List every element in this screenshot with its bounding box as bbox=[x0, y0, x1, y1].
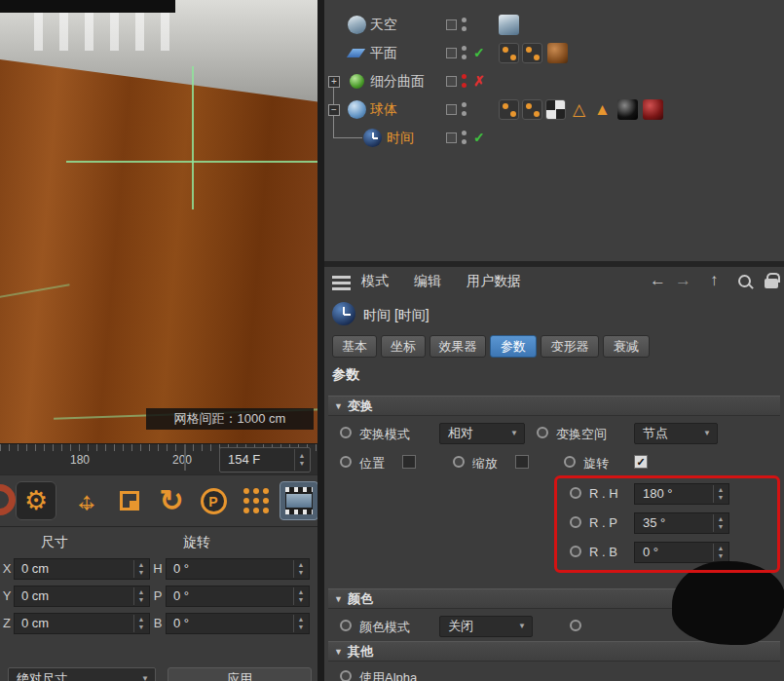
visibility-dots-off[interactable] bbox=[462, 74, 467, 88]
object-label[interactable]: 细分曲面 bbox=[370, 73, 425, 91]
anim-dot[interactable] bbox=[340, 427, 352, 438]
collapse-icon[interactable]: − bbox=[328, 104, 340, 116]
visibility-dots[interactable] bbox=[462, 131, 467, 144]
enabled-check-icon[interactable]: ✓ bbox=[473, 45, 485, 60]
spinner-down-icon[interactable]: ▼ bbox=[298, 569, 305, 577]
spinner-down-icon[interactable]: ▼ bbox=[138, 569, 145, 577]
position-checkbox[interactable] bbox=[402, 455, 416, 469]
tab-parameters[interactable]: 参数 bbox=[490, 335, 537, 358]
rotate-tool-button[interactable]: ↻ bbox=[151, 481, 192, 520]
black-material-thumbnail[interactable] bbox=[617, 99, 638, 120]
field-spinner[interactable]: ▲▼ bbox=[133, 615, 148, 632]
spinner-up-icon[interactable]: ▲ bbox=[138, 588, 145, 596]
enabled-check-icon[interactable]: ✓ bbox=[473, 130, 485, 145]
transform-mode-dropdown[interactable]: 相对 ▼ bbox=[439, 423, 525, 444]
object-label[interactable]: 天空 bbox=[370, 17, 397, 34]
spinner-up-icon[interactable]: ▲ bbox=[298, 588, 305, 596]
size-z-field[interactable]: 0 cm ▲▼ bbox=[14, 613, 150, 634]
visibility-dots[interactable] bbox=[462, 102, 467, 116]
tag-thumbnail[interactable] bbox=[522, 43, 542, 63]
anim-dot[interactable] bbox=[340, 670, 352, 681]
spinner-up-icon[interactable]: ▲ bbox=[299, 452, 306, 460]
layer-square[interactable] bbox=[446, 76, 457, 87]
section-transform[interactable]: ▼ 变换 bbox=[328, 396, 780, 416]
spinner-down-icon[interactable]: ▼ bbox=[138, 624, 145, 631]
tab-deformer[interactable]: 变形器 bbox=[541, 335, 599, 358]
color-mode-dropdown[interactable]: 关闭 ▼ bbox=[439, 616, 533, 637]
section-other[interactable]: ▼ 其他 bbox=[328, 641, 780, 662]
field-spinner[interactable]: ▲▼ bbox=[133, 587, 148, 605]
layer-square[interactable] bbox=[446, 104, 457, 115]
tab-coordinates[interactable]: 坐标 bbox=[381, 335, 426, 358]
move-tool-button[interactable]: ↔ ↕ bbox=[66, 481, 107, 520]
rotation-p-field[interactable]: 0 ° ▲▼ bbox=[166, 586, 310, 607]
object-row-plane[interactable]: 平面 ✓ bbox=[324, 40, 784, 67]
object-label-selected[interactable]: 时间 bbox=[387, 130, 414, 147]
frame-spinner[interactable]: ▲ ▼ bbox=[294, 449, 309, 471]
scale-tool-button[interactable] bbox=[109, 481, 150, 520]
anim-dot[interactable] bbox=[453, 456, 465, 468]
lock-icon[interactable] bbox=[765, 279, 778, 288]
layer-square[interactable] bbox=[446, 132, 457, 143]
spinner-down-icon[interactable]: ▼ bbox=[298, 596, 305, 604]
timeline-ruler[interactable]: 180 200 154 F ▲ ▼ bbox=[0, 443, 321, 474]
tab-basic[interactable]: 基本 bbox=[332, 335, 377, 358]
tab-falloff[interactable]: 衰减 bbox=[603, 335, 650, 358]
spinner-up-icon[interactable]: ▲ bbox=[298, 616, 305, 624]
panel-divider[interactable] bbox=[317, 0, 324, 681]
size-x-field[interactable]: 0 cm ▲▼ bbox=[14, 558, 150, 580]
object-row-sphere[interactable]: − 球体 △ ▲ bbox=[324, 96, 784, 124]
spinner-down-icon[interactable]: ▼ bbox=[298, 624, 305, 631]
checker-tag-thumbnail[interactable] bbox=[545, 99, 566, 120]
transform-space-dropdown[interactable]: 节点 ▼ bbox=[634, 423, 718, 444]
up-arrow-icon[interactable]: ↑ bbox=[710, 271, 719, 290]
object-label[interactable]: 平面 bbox=[370, 45, 397, 62]
apply-button[interactable]: 应用 bbox=[168, 667, 312, 681]
tag-thumbnail[interactable] bbox=[499, 99, 519, 120]
object-row-time[interactable]: 时间 ✓ bbox=[324, 125, 784, 152]
settings-tool-button[interactable]: ⚙ bbox=[16, 481, 56, 520]
spinner-down-icon[interactable]: ▼ bbox=[138, 596, 145, 604]
menu-user-data[interactable]: 用户数据 bbox=[467, 273, 521, 290]
layer-square[interactable] bbox=[446, 19, 457, 30]
spinner-down-icon[interactable]: ▼ bbox=[299, 460, 306, 468]
spinner-up-icon[interactable]: ▲ bbox=[298, 561, 305, 569]
viewport-3d[interactable]: 网格间距：1000 cm bbox=[0, 0, 321, 443]
timeline-cursor[interactable] bbox=[184, 444, 186, 471]
anim-dot[interactable] bbox=[340, 620, 352, 631]
size-y-field[interactable]: 0 cm ▲▼ bbox=[14, 586, 150, 607]
field-spinner[interactable]: ▲▼ bbox=[293, 560, 308, 578]
triangle-outline-icon[interactable]: △ bbox=[569, 99, 589, 120]
render-tool-button[interactable] bbox=[280, 481, 318, 520]
p-tool-button[interactable]: P bbox=[193, 481, 234, 520]
menu-mode[interactable]: 模式 bbox=[361, 273, 389, 290]
scale-checkbox[interactable] bbox=[515, 455, 529, 469]
modes-tool-button[interactable] bbox=[236, 481, 277, 520]
anim-dot[interactable] bbox=[564, 456, 576, 468]
object-row-subdivision[interactable]: + 细分曲面 ✗ bbox=[324, 68, 784, 95]
object-label-selected[interactable]: 球体 bbox=[370, 101, 397, 119]
layer-square[interactable] bbox=[446, 48, 457, 58]
sky-texture-thumbnail[interactable] bbox=[499, 15, 519, 35]
field-spinner[interactable]: ▲▼ bbox=[293, 587, 308, 605]
visibility-dots[interactable] bbox=[462, 18, 467, 31]
coordinate-mode-dropdown[interactable]: 绝对尺寸 ▼ bbox=[8, 667, 156, 681]
menu-edit[interactable]: 编辑 bbox=[414, 273, 441, 290]
object-row-sky[interactable]: 天空 bbox=[324, 12, 784, 39]
forward-arrow-icon[interactable]: → bbox=[675, 271, 691, 290]
current-frame-field[interactable]: 154 F ▲ ▼ bbox=[219, 447, 311, 473]
rotation-b-field[interactable]: 0 ° ▲▼ bbox=[166, 613, 310, 634]
tag-thumbnail[interactable] bbox=[522, 99, 542, 120]
anim-dot[interactable] bbox=[537, 427, 548, 438]
red-material-thumbnail[interactable] bbox=[643, 99, 663, 120]
visibility-dots[interactable] bbox=[462, 46, 467, 59]
expand-icon[interactable]: + bbox=[328, 76, 340, 88]
back-arrow-icon[interactable]: ← bbox=[650, 271, 666, 290]
rotation-h-field[interactable]: 0 ° ▲▼ bbox=[166, 558, 310, 580]
material-thumbnail[interactable] bbox=[547, 43, 568, 63]
triangle-filled-icon[interactable]: ▲ bbox=[592, 99, 613, 120]
clipped-tool-icon[interactable] bbox=[0, 484, 16, 515]
rotation-checkbox[interactable]: ✓ bbox=[634, 455, 648, 469]
anim-dot[interactable] bbox=[570, 620, 581, 631]
disabled-cross-icon[interactable]: ✗ bbox=[473, 73, 485, 89]
